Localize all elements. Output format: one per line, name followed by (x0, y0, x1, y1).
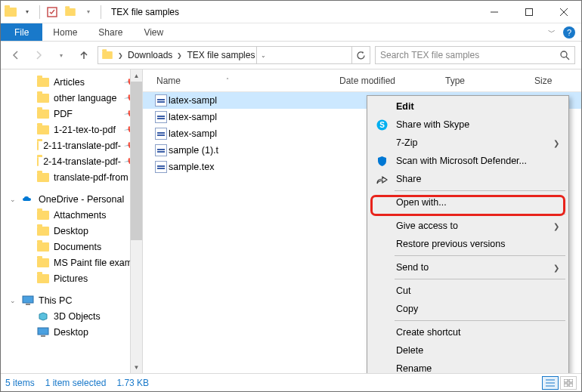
nav-this-pc[interactable]: ⌄ This PC (1, 292, 142, 308)
svg-rect-16 (564, 379, 568, 382)
sidebar-item[interactable]: 1-21-tex-to-pdf📌 (1, 122, 142, 137)
ctx-create-shortcut[interactable]: Create shortcut (369, 323, 567, 341)
folder-icon (37, 274, 49, 283)
breadcrumb-current[interactable]: TEX file samples (185, 50, 256, 60)
column-type[interactable]: Type (445, 76, 534, 86)
folder-icon (37, 211, 49, 220)
chevron-right-icon[interactable]: ❯ (115, 52, 126, 59)
ctx-defender[interactable]: Scan with Microsoft Defender... (369, 152, 567, 170)
ctx-cut[interactable]: Cut (369, 282, 567, 300)
address-bar[interactable]: ❯ Downloads ❯ TEX file samples ⌄ (98, 46, 370, 64)
desktop-icon (37, 327, 49, 337)
sidebar-item[interactable]: Desktop (1, 223, 142, 239)
tex-file-icon (155, 128, 167, 140)
nav-label: MS Paint file examp (54, 258, 138, 268)
folder-icon (37, 110, 49, 119)
sidebar-item[interactable]: Pictures (1, 270, 142, 286)
qat-new-folder-icon[interactable] (62, 4, 79, 20)
nav-recent-button[interactable]: ▾ (52, 46, 70, 64)
nav-label: translate-pdf-from (54, 172, 128, 183)
ribbon: File Home Share View ﹀ ? (1, 23, 581, 42)
search-input[interactable] (376, 50, 555, 60)
nav-up-button[interactable] (75, 46, 93, 64)
svg-rect-8 (26, 304, 30, 305)
sidebar-item[interactable]: translate-pdf-from (1, 169, 142, 185)
svg-rect-10 (41, 335, 45, 337)
navpane-scrollbar[interactable]: ▲ ▼ (130, 69, 142, 373)
svg-text:S: S (379, 121, 385, 129)
tex-file-icon (155, 111, 167, 123)
folder-icon (37, 78, 49, 87)
ctx-share[interactable]: Share (369, 170, 567, 188)
nav-label: This PC (39, 295, 72, 306)
address-history-icon[interactable]: ⌄ (256, 47, 270, 63)
ctx-7zip[interactable]: 7-Zip❯ (369, 134, 567, 152)
tab-home[interactable]: Home (42, 23, 88, 41)
qat-dropdown-icon[interactable]: ▾ (19, 4, 36, 20)
ctx-restore-versions[interactable]: Restore previous versions (369, 235, 567, 253)
tab-view[interactable]: View (133, 23, 174, 41)
tex-file-icon (155, 94, 167, 106)
tex-file-icon (155, 161, 167, 173)
ctx-delete[interactable]: Delete (369, 341, 567, 360)
sidebar-item[interactable]: Desktop (1, 324, 142, 340)
sidebar-item[interactable]: PDF📌 (1, 106, 142, 122)
sidebar-item[interactable]: Articles📌 (1, 74, 142, 90)
breadcrumb-downloads[interactable]: Downloads (126, 50, 174, 60)
scroll-down-icon[interactable]: ▼ (131, 361, 142, 373)
close-button[interactable] (546, 1, 581, 23)
nav-back-button[interactable] (7, 46, 25, 64)
ctx-share-skype[interactable]: SShare with Skype (369, 116, 567, 134)
sort-indicator-icon: ˄ (226, 77, 229, 84)
onedrive-icon (22, 195, 34, 203)
sidebar-item[interactable]: MS Paint file examp (1, 255, 142, 270)
nav-label: 2-14-translate-pdf- (43, 156, 121, 167)
ctx-send-to[interactable]: Send to❯ (369, 258, 567, 276)
svg-rect-17 (569, 379, 573, 382)
sidebar-item[interactable]: Attachments (1, 207, 142, 223)
chevron-right-icon[interactable]: ❯ (174, 52, 185, 59)
refresh-button[interactable] (351, 47, 370, 63)
scroll-up-icon[interactable]: ▲ (131, 69, 142, 82)
svg-rect-19 (569, 384, 573, 387)
ctx-rename[interactable]: Rename (369, 360, 567, 373)
sidebar-item[interactable]: Documents (1, 239, 142, 255)
svg-rect-9 (38, 328, 48, 335)
help-icon[interactable]: ? (563, 26, 575, 39)
sidebar-item[interactable]: 3D Objects (1, 308, 142, 324)
qat-customize-icon[interactable]: ▾ (80, 4, 97, 20)
folder-icon (37, 242, 49, 252)
tab-share[interactable]: Share (88, 23, 133, 41)
ctx-edit[interactable]: Edit (369, 97, 567, 116)
ctx-give-access[interactable]: Give access to❯ (369, 217, 567, 235)
expand-ribbon-icon[interactable]: ﹀ (548, 27, 556, 38)
sidebar-item[interactable]: other language📌 (1, 90, 142, 106)
ctx-copy[interactable]: Copy (369, 300, 567, 318)
quick-access-toolbar: ▾ ▾ (1, 4, 107, 20)
column-name[interactable]: Name˄ (143, 76, 339, 86)
scroll-thumb[interactable] (131, 82, 142, 240)
app-icon (4, 5, 17, 19)
column-date-modified[interactable]: Date modified (339, 76, 445, 86)
qat-properties-icon[interactable] (44, 4, 60, 20)
body: Articles📌other language📌PDF📌1-21-tex-to-… (1, 69, 581, 373)
ctx-open-with[interactable]: Open with... (369, 193, 567, 211)
sidebar-item[interactable]: 2-14-translate-pdf-📌 (1, 153, 142, 169)
address-row: ▾ ❯ Downloads ❯ TEX file samples ⌄ (1, 42, 581, 69)
column-headers: Name˄ Date modified Type Size (143, 69, 581, 92)
maximize-button[interactable] (512, 1, 546, 23)
status-size: 1.73 KB (116, 378, 159, 388)
nav-onedrive[interactable]: ⌄ OneDrive - Personal (1, 191, 142, 207)
folder-icon (37, 173, 49, 182)
file-tab[interactable]: File (1, 23, 42, 41)
column-size[interactable]: Size (534, 76, 581, 86)
minimize-button[interactable] (477, 1, 512, 23)
sidebar-item[interactable]: 2-11-translate-pdf-📌 (1, 137, 142, 153)
view-large-icons-button[interactable] (560, 376, 577, 390)
expand-icon[interactable]: ⌄ (10, 196, 16, 203)
nav-forward-button[interactable] (29, 46, 48, 64)
search-icon[interactable] (555, 50, 574, 60)
expand-icon[interactable]: ⌄ (10, 297, 16, 304)
view-details-button[interactable] (542, 376, 559, 390)
search-box[interactable] (375, 46, 575, 64)
